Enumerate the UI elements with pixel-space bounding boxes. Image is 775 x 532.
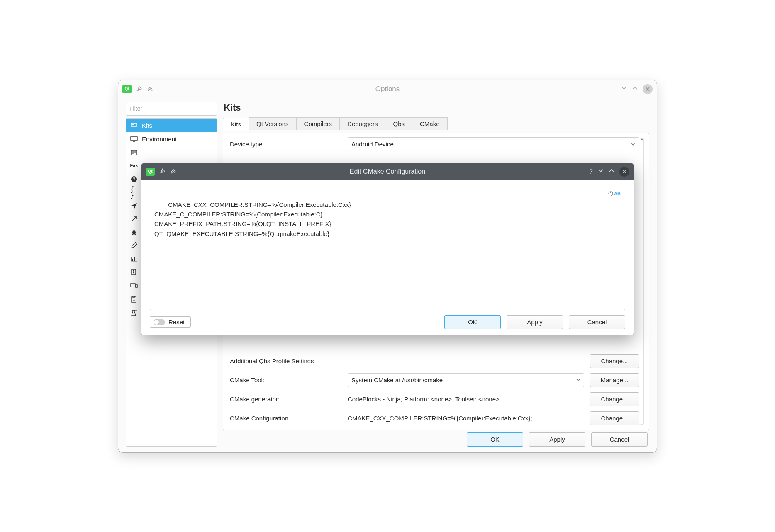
arrow-icon (130, 216, 138, 222)
fakevim-icon: Fak (130, 163, 138, 169)
svg-rect-15 (132, 297, 136, 302)
filter-input[interactable]: Filter (126, 102, 217, 116)
svg-rect-13 (131, 284, 135, 287)
switch-icon (154, 319, 165, 325)
qt-logo-icon: Qt (122, 85, 132, 93)
modal-cancel-button[interactable]: Cancel (569, 315, 625, 329)
help-icon: ? (130, 176, 138, 182)
editor-text: CMAKE_CXX_COMPILER:STRING=%{Compiler:Exe… (154, 201, 351, 237)
close-icon[interactable] (619, 167, 629, 177)
clipboard-icon (130, 296, 138, 303)
svg-point-12 (133, 272, 134, 274)
pencil-icon (130, 242, 138, 249)
modal-apply-button[interactable]: Apply (507, 315, 563, 329)
kits-icon (130, 122, 138, 129)
device-type-label: Device type: (227, 141, 342, 148)
sidebar-item-hidden-1[interactable] (126, 146, 217, 159)
reset-toggle[interactable]: Reset (150, 316, 191, 328)
chevron-double-up-icon[interactable] (147, 85, 153, 92)
svg-rect-1 (132, 124, 134, 125)
dialog-buttons: OK Apply Cancel (223, 432, 649, 447)
cmake-config-editor[interactable]: CMAKE_CXX_COMPILER:STRING=%{Compiler:Exe… (150, 187, 625, 310)
chevron-down-icon[interactable] (598, 168, 604, 175)
qt-logo-icon: Qt (146, 168, 155, 176)
svg-rect-2 (131, 136, 137, 141)
cancel-button[interactable]: Cancel (591, 432, 648, 447)
tab-compilers[interactable]: Compilers (296, 117, 340, 130)
scrollbar[interactable] (639, 137, 645, 425)
page-title: Kits (224, 102, 649, 113)
tabs: Kits Qt Versions Compilers Debuggers Qbs… (223, 117, 649, 130)
help-icon[interactable]: ? (589, 168, 593, 175)
chevron-up-icon[interactable] (632, 85, 638, 92)
braces-icon: { } (130, 189, 138, 196)
qbs-profile-label: Additional Qbs Profile Settings (227, 357, 342, 364)
tab-debuggers[interactable]: Debuggers (339, 117, 385, 130)
svg-text:?: ? (133, 177, 136, 182)
tab-kits[interactable]: Kits (223, 118, 249, 131)
modal-ok-button[interactable]: OK (444, 315, 501, 329)
monitor-icon (130, 136, 138, 142)
chevron-down-icon (576, 377, 580, 384)
svg-rect-9 (136, 260, 136, 261)
devices-icon (130, 282, 138, 289)
cmake-conf-value: CMAKE_CXX_COMPILER:STRING=%{Compiler:Exe… (348, 415, 584, 422)
titlebar: Qt Options (118, 80, 657, 98)
pin-icon[interactable] (160, 168, 166, 175)
svg-point-6 (132, 231, 136, 235)
sidebar-item-label: Kits (142, 122, 152, 129)
text-editor-icon (130, 149, 138, 156)
flask-icon (130, 310, 138, 316)
sidebar-item-environment[interactable]: Environment (126, 132, 217, 146)
chevron-down-icon (631, 141, 635, 148)
svg-point-11 (133, 270, 134, 272)
apply-button[interactable]: Apply (529, 432, 585, 447)
sidebar-item-label: Environment (142, 136, 177, 143)
svg-rect-14 (136, 284, 137, 288)
window-title: Options (118, 85, 657, 93)
svg-rect-17 (610, 192, 611, 193)
svg-rect-7 (132, 259, 133, 261)
chart-icon (130, 255, 138, 262)
tab-cmake[interactable]: CMake (412, 117, 448, 130)
chevron-double-up-icon[interactable] (171, 168, 176, 175)
svg-rect-8 (134, 257, 135, 261)
tab-qt-versions[interactable]: Qt Versions (249, 117, 297, 130)
bug-icon (130, 229, 138, 236)
qbs-change-button[interactable]: Change... (590, 354, 639, 368)
edit-cmake-dialog: Qt Edit CMake Configuration ? CMAKE_CXX_… (141, 163, 634, 335)
close-icon[interactable] (643, 84, 653, 94)
reset-label: Reset (168, 318, 185, 326)
cmake-gen-change-button[interactable]: Change... (590, 392, 639, 406)
cmake-conf-label: CMake Configuration (227, 415, 342, 422)
cmake-gen-label: CMake generator: (227, 396, 342, 403)
modal-title: Edit CMake Configuration (141, 168, 634, 175)
cmake-conf-change-button[interactable]: Change... (590, 411, 639, 425)
pin-icon[interactable] (136, 85, 142, 92)
ok-button[interactable]: OK (467, 432, 523, 447)
tab-qbs[interactable]: Qbs (385, 117, 412, 130)
variable-chooser-icon[interactable]: AB (608, 190, 621, 197)
sidebar-item-kits[interactable]: Kits (126, 119, 217, 132)
device-type-value: Android Device (351, 141, 394, 148)
chevron-up-icon[interactable] (609, 168, 614, 175)
chevron-down-icon[interactable] (621, 85, 627, 92)
cmake-tool-combo[interactable]: System CMake at /usr/bin/cmake (348, 373, 584, 387)
cmake-gen-value: CodeBlocks - Ninja, Platform: <none>, To… (348, 396, 584, 403)
cmake-tool-manage-button[interactable]: Manage... (590, 373, 639, 387)
cmake-tool-label: CMake Tool: (227, 377, 342, 384)
git-icon (130, 269, 138, 275)
cmake-tool-value: System CMake at /usr/bin/cmake (351, 377, 443, 384)
plane-icon (130, 202, 138, 209)
device-type-combo[interactable]: Android Device (348, 137, 639, 151)
